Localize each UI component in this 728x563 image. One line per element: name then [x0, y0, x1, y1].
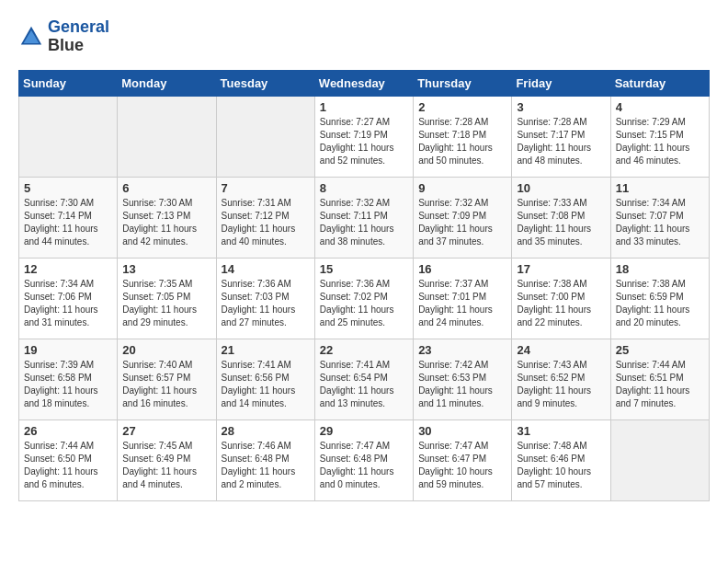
calendar-cell [216, 96, 314, 177]
day-number: 2 [418, 100, 506, 114]
day-info: Sunrise: 7:38 AMSunset: 6:59 PMDaylight:… [616, 278, 704, 329]
calendar-week-row: 1Sunrise: 7:27 AMSunset: 7:19 PMDaylight… [19, 96, 710, 177]
day-info: Sunrise: 7:31 AMSunset: 7:12 PMDaylight:… [222, 197, 310, 248]
calendar-cell: 27Sunrise: 7:45 AMSunset: 6:49 PMDayligh… [118, 419, 216, 500]
day-number: 12 [24, 262, 112, 276]
calendar-cell: 21Sunrise: 7:41 AMSunset: 6:56 PMDayligh… [216, 339, 314, 419]
calendar-cell: 2Sunrise: 7:28 AMSunset: 7:18 PMDaylight… [414, 96, 512, 177]
calendar-cell: 29Sunrise: 7:47 AMSunset: 6:48 PMDayligh… [314, 419, 413, 500]
day-number: 24 [517, 343, 605, 357]
calendar-table: SundayMondayTuesdayWednesdayThursdayFrid… [18, 70, 710, 501]
day-number: 25 [616, 343, 704, 357]
calendar-cell: 18Sunrise: 7:38 AMSunset: 6:59 PMDayligh… [610, 258, 709, 339]
day-number: 9 [418, 181, 506, 195]
day-info: Sunrise: 7:30 AMSunset: 7:14 PMDaylight:… [24, 197, 112, 248]
calendar-cell: 8Sunrise: 7:32 AMSunset: 7:11 PMDaylight… [314, 177, 413, 258]
weekday-header: Tuesday [216, 70, 314, 96]
calendar-cell: 12Sunrise: 7:34 AMSunset: 7:06 PMDayligh… [19, 258, 118, 339]
weekday-header: Saturday [610, 70, 709, 96]
day-info: Sunrise: 7:40 AMSunset: 6:57 PMDaylight:… [122, 359, 210, 410]
weekday-header: Monday [118, 70, 216, 96]
calendar-cell: 14Sunrise: 7:36 AMSunset: 7:03 PMDayligh… [216, 258, 314, 339]
day-number: 29 [320, 424, 408, 438]
calendar-cell: 23Sunrise: 7:42 AMSunset: 6:53 PMDayligh… [414, 339, 512, 419]
day-info: Sunrise: 7:32 AMSunset: 7:11 PMDaylight:… [320, 197, 408, 248]
day-number: 4 [616, 100, 704, 114]
day-info: Sunrise: 7:47 AMSunset: 6:47 PMDaylight:… [418, 440, 506, 491]
day-number: 28 [222, 424, 310, 438]
day-number: 20 [122, 343, 210, 357]
calendar-cell: 3Sunrise: 7:28 AMSunset: 7:17 PMDaylight… [512, 96, 610, 177]
calendar-cell: 11Sunrise: 7:34 AMSunset: 7:07 PMDayligh… [610, 177, 709, 258]
logo-text: GeneralBlue [48, 18, 109, 55]
day-number: 5 [24, 181, 112, 195]
day-number: 7 [222, 181, 310, 195]
logo: GeneralBlue [18, 18, 109, 55]
calendar-cell: 24Sunrise: 7:43 AMSunset: 6:52 PMDayligh… [512, 339, 610, 419]
day-info: Sunrise: 7:42 AMSunset: 6:53 PMDaylight:… [418, 359, 506, 410]
calendar-cell [610, 419, 709, 500]
weekday-header: Thursday [414, 70, 512, 96]
day-number: 26 [24, 424, 112, 438]
day-info: Sunrise: 7:43 AMSunset: 6:52 PMDaylight:… [517, 359, 605, 410]
day-info: Sunrise: 7:34 AMSunset: 7:07 PMDaylight:… [616, 197, 704, 248]
calendar-cell: 13Sunrise: 7:35 AMSunset: 7:05 PMDayligh… [118, 258, 216, 339]
day-info: Sunrise: 7:32 AMSunset: 7:09 PMDaylight:… [418, 197, 506, 248]
day-info: Sunrise: 7:29 AMSunset: 7:15 PMDaylight:… [616, 116, 704, 167]
page-header: GeneralBlue [18, 18, 710, 55]
calendar-week-row: 26Sunrise: 7:44 AMSunset: 6:50 PMDayligh… [19, 419, 710, 500]
calendar-cell: 10Sunrise: 7:33 AMSunset: 7:08 PMDayligh… [512, 177, 610, 258]
calendar-cell: 28Sunrise: 7:46 AMSunset: 6:48 PMDayligh… [216, 419, 314, 500]
day-info: Sunrise: 7:30 AMSunset: 7:13 PMDaylight:… [122, 197, 210, 248]
calendar-cell: 17Sunrise: 7:38 AMSunset: 7:00 PMDayligh… [512, 258, 610, 339]
calendar-cell: 4Sunrise: 7:29 AMSunset: 7:15 PMDaylight… [610, 96, 709, 177]
day-number: 22 [320, 343, 408, 357]
day-number: 31 [517, 424, 605, 438]
day-info: Sunrise: 7:28 AMSunset: 7:18 PMDaylight:… [418, 116, 506, 167]
day-number: 16 [418, 262, 506, 276]
day-info: Sunrise: 7:33 AMSunset: 7:08 PMDaylight:… [517, 197, 605, 248]
day-info: Sunrise: 7:27 AMSunset: 7:19 PMDaylight:… [320, 116, 408, 167]
day-number: 23 [418, 343, 506, 357]
weekday-header: Sunday [19, 70, 118, 96]
day-info: Sunrise: 7:41 AMSunset: 6:54 PMDaylight:… [320, 359, 408, 410]
day-number: 3 [517, 100, 605, 114]
day-number: 18 [616, 262, 704, 276]
day-info: Sunrise: 7:36 AMSunset: 7:03 PMDaylight:… [222, 278, 310, 329]
day-info: Sunrise: 7:47 AMSunset: 6:48 PMDaylight:… [320, 440, 408, 491]
day-info: Sunrise: 7:37 AMSunset: 7:01 PMDaylight:… [418, 278, 506, 329]
calendar-cell: 19Sunrise: 7:39 AMSunset: 6:58 PMDayligh… [19, 339, 118, 419]
day-info: Sunrise: 7:39 AMSunset: 6:58 PMDaylight:… [24, 359, 112, 410]
day-number: 17 [517, 262, 605, 276]
day-info: Sunrise: 7:35 AMSunset: 7:05 PMDaylight:… [122, 278, 210, 329]
calendar-cell: 16Sunrise: 7:37 AMSunset: 7:01 PMDayligh… [414, 258, 512, 339]
calendar-cell: 9Sunrise: 7:32 AMSunset: 7:09 PMDaylight… [414, 177, 512, 258]
day-number: 11 [616, 181, 704, 195]
day-number: 14 [222, 262, 310, 276]
calendar-cell: 31Sunrise: 7:48 AMSunset: 6:46 PMDayligh… [512, 419, 610, 500]
calendar-week-row: 12Sunrise: 7:34 AMSunset: 7:06 PMDayligh… [19, 258, 710, 339]
day-number: 1 [320, 100, 408, 114]
day-info: Sunrise: 7:48 AMSunset: 6:46 PMDaylight:… [517, 440, 605, 491]
calendar-cell: 25Sunrise: 7:44 AMSunset: 6:51 PMDayligh… [610, 339, 709, 419]
calendar-cell: 15Sunrise: 7:36 AMSunset: 7:02 PMDayligh… [314, 258, 413, 339]
day-info: Sunrise: 7:34 AMSunset: 7:06 PMDaylight:… [24, 278, 112, 329]
calendar-cell: 20Sunrise: 7:40 AMSunset: 6:57 PMDayligh… [118, 339, 216, 419]
weekday-header: Wednesday [314, 70, 413, 96]
calendar-cell: 5Sunrise: 7:30 AMSunset: 7:14 PMDaylight… [19, 177, 118, 258]
day-info: Sunrise: 7:36 AMSunset: 7:02 PMDaylight:… [320, 278, 408, 329]
day-info: Sunrise: 7:28 AMSunset: 7:17 PMDaylight:… [517, 116, 605, 167]
day-number: 6 [122, 181, 210, 195]
day-number: 19 [24, 343, 112, 357]
day-info: Sunrise: 7:44 AMSunset: 6:51 PMDaylight:… [616, 359, 704, 410]
calendar-cell [19, 96, 118, 177]
day-number: 10 [517, 181, 605, 195]
calendar-cell: 7Sunrise: 7:31 AMSunset: 7:12 PMDaylight… [216, 177, 314, 258]
calendar-cell [118, 96, 216, 177]
calendar-cell: 1Sunrise: 7:27 AMSunset: 7:19 PMDaylight… [314, 96, 413, 177]
calendar-cell: 6Sunrise: 7:30 AMSunset: 7:13 PMDaylight… [118, 177, 216, 258]
weekday-header-row: SundayMondayTuesdayWednesdayThursdayFrid… [19, 70, 710, 96]
calendar-week-row: 19Sunrise: 7:39 AMSunset: 6:58 PMDayligh… [19, 339, 710, 419]
day-info: Sunrise: 7:38 AMSunset: 7:00 PMDaylight:… [517, 278, 605, 329]
day-number: 15 [320, 262, 408, 276]
